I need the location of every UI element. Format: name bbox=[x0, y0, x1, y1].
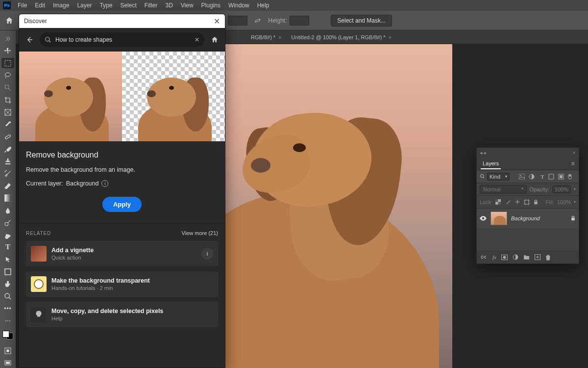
selection-tool[interactable] bbox=[1, 82, 14, 93]
height-label: Height: bbox=[268, 17, 287, 24]
lock-icon[interactable] bbox=[570, 215, 576, 221]
expand-toolbar-button[interactable] bbox=[1, 33, 14, 44]
menu-3d[interactable]: 3D bbox=[161, 0, 176, 11]
info-icon[interactable]: i bbox=[101, 180, 108, 187]
back-button[interactable] bbox=[24, 34, 35, 45]
hand-tool[interactable] bbox=[1, 279, 14, 289]
color-swatches[interactable] bbox=[2, 331, 13, 340]
filter-adjust-icon[interactable] bbox=[529, 174, 537, 180]
fx-icon[interactable]: fx bbox=[492, 254, 496, 260]
filter-kind[interactable]: Kind▾ bbox=[480, 173, 517, 181]
opacity-input[interactable]: 100% bbox=[552, 185, 571, 193]
related-card[interactable]: Make the background transparent Hands-on… bbox=[26, 271, 218, 297]
menu-file[interactable]: File bbox=[14, 0, 31, 11]
lock-transparency-icon[interactable] bbox=[495, 199, 502, 205]
healing-tool[interactable] bbox=[1, 131, 14, 142]
lasso-tool[interactable] bbox=[1, 70, 14, 80]
lock-artboard-icon[interactable] bbox=[524, 199, 530, 205]
related-card[interactable]: Add a vignette Quick action i bbox=[26, 241, 218, 266]
filter-shape-icon[interactable] bbox=[548, 174, 556, 180]
menu-window[interactable]: Window bbox=[224, 0, 253, 11]
panel-dock-bar[interactable]: ◂◂ × bbox=[477, 148, 579, 158]
lock-image-icon[interactable] bbox=[505, 199, 512, 205]
close-icon[interactable]: ✕ bbox=[214, 17, 220, 26]
related-card[interactable]: Move, copy, and delete selected pixels H… bbox=[26, 302, 218, 327]
menu-image[interactable]: Image bbox=[49, 0, 73, 11]
gradient-tool[interactable] bbox=[1, 193, 14, 203]
more-tools[interactable]: ••• bbox=[1, 303, 14, 314]
group-icon[interactable] bbox=[523, 255, 530, 260]
blur-tool[interactable] bbox=[1, 205, 14, 215]
clear-icon[interactable]: ✕ bbox=[195, 36, 199, 43]
mask-icon[interactable] bbox=[501, 255, 508, 260]
lock-position-icon[interactable] bbox=[514, 199, 521, 205]
info-icon[interactable]: i bbox=[201, 248, 213, 260]
home-button[interactable] bbox=[4, 15, 15, 26]
lock-all-icon[interactable] bbox=[533, 199, 539, 205]
crop-tool[interactable] bbox=[1, 95, 14, 105]
filter-pixel-icon[interactable] bbox=[519, 174, 527, 180]
width-input[interactable] bbox=[228, 16, 247, 26]
search-input[interactable] bbox=[55, 36, 191, 43]
chevron-down-icon[interactable]: ▾ bbox=[574, 187, 576, 191]
path-tool[interactable] bbox=[1, 254, 14, 264]
eraser-tool[interactable] bbox=[1, 181, 14, 191]
type-tool[interactable]: T bbox=[1, 242, 14, 252]
close-icon[interactable]: × bbox=[389, 34, 392, 40]
screen-mode-toggle[interactable] bbox=[1, 358, 14, 368]
menu-select[interactable]: Select bbox=[116, 0, 140, 11]
menu-view[interactable]: View bbox=[177, 0, 197, 11]
delete-layer-icon[interactable] bbox=[545, 254, 551, 261]
hand-icon bbox=[4, 280, 12, 288]
search-field[interactable]: ✕ bbox=[40, 32, 204, 47]
quick-mask-toggle[interactable] bbox=[1, 345, 14, 356]
brush-tool[interactable] bbox=[1, 144, 14, 154]
visibility-toggle[interactable] bbox=[480, 216, 487, 221]
menu-layer[interactable]: Layer bbox=[73, 0, 96, 11]
stamp-tool[interactable] bbox=[1, 156, 14, 166]
link-layers-icon[interactable] bbox=[481, 255, 488, 260]
layer-thumbnail[interactable] bbox=[490, 211, 507, 225]
document-tab-2[interactable]: Untitled-2 @ 100% (Layer 1, RGB/8#) * × bbox=[287, 31, 397, 43]
panel-menu-icon[interactable]: ≡ bbox=[571, 160, 575, 167]
swap-dimensions-button[interactable] bbox=[253, 16, 262, 25]
eyedropper-tool[interactable] bbox=[1, 119, 14, 130]
zoom-tool[interactable] bbox=[1, 291, 14, 301]
filter-smart-icon[interactable] bbox=[558, 174, 566, 180]
marquee-tool[interactable] bbox=[1, 58, 14, 68]
close-icon[interactable]: × bbox=[573, 150, 576, 156]
frame-tool[interactable] bbox=[1, 107, 14, 117]
filter-toggle[interactable] bbox=[568, 174, 576, 180]
layer-row[interactable]: Background bbox=[477, 209, 579, 228]
menu-help[interactable]: Help bbox=[253, 0, 273, 11]
filter-type-icon[interactable]: T bbox=[539, 174, 546, 180]
apply-button[interactable]: Apply bbox=[102, 197, 142, 212]
menu-type[interactable]: Type bbox=[96, 0, 116, 11]
blend-mode-select[interactable]: Normal▾ bbox=[480, 185, 527, 194]
height-input[interactable] bbox=[290, 16, 309, 26]
card-subtitle: Help bbox=[51, 315, 163, 321]
layers-tab[interactable]: Layers bbox=[481, 158, 501, 169]
ellipsis-icon: ••• bbox=[4, 305, 12, 312]
history-brush-tool[interactable] bbox=[1, 168, 14, 179]
trash-icon bbox=[545, 254, 551, 261]
move-tool[interactable] bbox=[1, 46, 14, 56]
close-icon[interactable]: × bbox=[278, 34, 281, 40]
menu-plugins[interactable]: Plugins bbox=[197, 0, 224, 11]
menu-filter[interactable]: Filter bbox=[141, 0, 162, 11]
select-and-mask-button[interactable]: Select and Mask... bbox=[331, 15, 392, 26]
edit-toolbar[interactable]: ⋯ bbox=[1, 315, 14, 326]
document-tab-1[interactable]: RGB/8#) * × bbox=[246, 31, 287, 43]
adjustment-icon[interactable] bbox=[513, 254, 518, 260]
discover-home-button[interactable] bbox=[209, 34, 220, 45]
chevron-down-icon[interactable]: ▾ bbox=[574, 200, 576, 204]
new-layer-icon[interactable] bbox=[535, 254, 540, 260]
collapse-icon[interactable]: ◂◂ bbox=[480, 150, 487, 156]
fill-input[interactable]: 100% bbox=[557, 199, 571, 205]
view-more-link[interactable]: View more (21) bbox=[182, 230, 218, 236]
shape-tool[interactable] bbox=[1, 266, 14, 277]
dodge-tool[interactable] bbox=[1, 217, 14, 228]
layer-name[interactable]: Background bbox=[511, 215, 566, 221]
menu-edit[interactable]: Edit bbox=[31, 0, 49, 11]
pen-tool[interactable] bbox=[1, 230, 14, 240]
